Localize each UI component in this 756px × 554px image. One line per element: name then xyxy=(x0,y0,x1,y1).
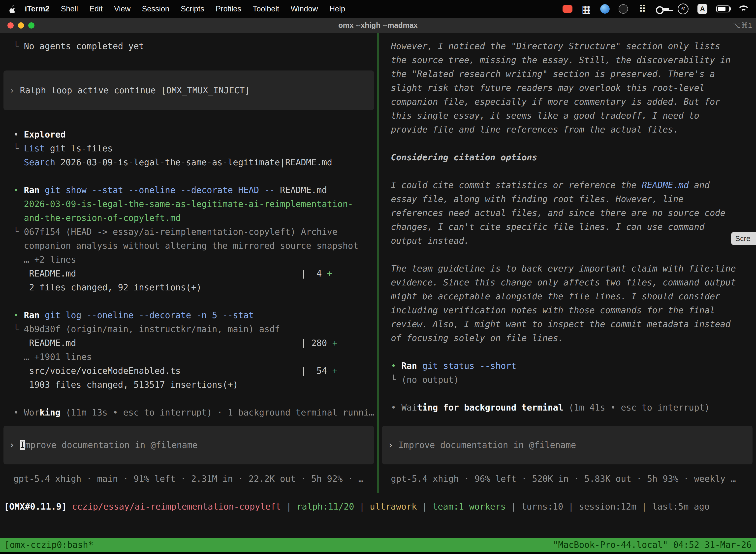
terminal-line: provide file and line references from th… xyxy=(378,123,756,136)
app-switcher-icon[interactable]: ⠿ xyxy=(637,3,647,15)
tmux-session-label: [omx-cczip0:bash* xyxy=(4,540,93,550)
terminal-line: └ List git ls-files xyxy=(0,142,378,155)
dark-app-icon[interactable] xyxy=(619,4,628,14)
blank-line xyxy=(0,169,378,183)
right-status-line: gpt-5.4 xhigh · 96% left · 520K in · 5.8… xyxy=(378,472,756,493)
right-pane-output: However, I noticed the "Directory Struct… xyxy=(378,39,756,426)
blank-line xyxy=(378,136,756,151)
terminal-line: references need actual files, and since … xyxy=(378,206,756,220)
right-prompt-text: › Improve documentation in @filename xyxy=(382,438,753,452)
omx-status-text: [OMX#0.11.9] cczip/essay/ai-reimplementa… xyxy=(0,500,710,513)
menu-bar-status-icons: ▦⠿.61A xyxy=(563,3,750,15)
terminal-line: • Ran git status --short xyxy=(378,359,756,373)
right-status-text: gpt-5.4 xhigh · 96% left · 520K in · 5.8… xyxy=(391,474,736,484)
close-window-button[interactable] xyxy=(7,22,14,29)
injected-prompt-box: › Ralph loop active continue [OMX_TMUX_I… xyxy=(3,70,374,110)
menu-item-toolbelt[interactable]: Toolbelt xyxy=(247,4,285,13)
screen: iTerm2 ShellEditViewSessionScriptsProfil… xyxy=(0,0,756,554)
terminal-line: Search 2026-03-09-is-legal-the-same-as-l… xyxy=(0,155,378,169)
terminal-line: the source tree, missing the essay. Stil… xyxy=(378,53,756,67)
terminal-line: evidence. Since this change only affects… xyxy=(378,276,756,289)
battery-icon[interactable] xyxy=(716,5,730,12)
left-pane[interactable]: └ No agents completed yet› Ralph loop ac… xyxy=(0,33,378,493)
terminal-line: • Ran git log --oneline --decorate -n 5 … xyxy=(0,308,378,322)
terminal-line: 2 files changed, 92 insertions(+) xyxy=(0,280,378,294)
menu-item-profiles[interactable]: Profiles xyxy=(210,4,247,13)
window-manager-icon[interactable]: ▦ xyxy=(581,3,591,15)
menu-item-scripts[interactable]: Scripts xyxy=(175,4,210,13)
zoom-window-button[interactable] xyxy=(28,22,35,29)
input-source-icon[interactable]: A xyxy=(697,4,707,14)
terminal-line: Considering citation options xyxy=(378,151,756,164)
terminal-line: └ 4b9d30f (origin/main, instructkr/main,… xyxy=(0,322,378,336)
screen-recording-indicator-icon[interactable] xyxy=(563,5,572,13)
menu-item-help[interactable]: Help xyxy=(324,4,351,13)
terminal-line: However, I noticed the "Directory Struct… xyxy=(378,39,756,53)
terminal-line: review. Also, I might want to inspect th… xyxy=(378,317,756,331)
terminal-line: companion file, especially if more comme… xyxy=(378,95,756,109)
bottom-gap xyxy=(0,520,756,538)
window-title: omx --xhigh --madmax xyxy=(0,21,756,30)
terminal-window: └ No agents completed yet› Ralph loop ac… xyxy=(0,33,756,554)
apple-menu-icon[interactable] xyxy=(9,5,16,13)
traffic-lights xyxy=(0,22,35,29)
wifi-icon[interactable] xyxy=(739,5,749,13)
terminal-line: • Waiting for background terminal (1m 41… xyxy=(378,401,756,414)
tmux-panes: └ No agents completed yet› Ralph loop ac… xyxy=(0,33,756,493)
left-prompt-text: › Improve documentation in @filename xyxy=(3,438,374,452)
terminal-line: └ 067f154 (HEAD -> essay/ai-reimplementa… xyxy=(0,225,378,239)
left-prompt-input[interactable]: › Improve documentation in @filename xyxy=(3,426,374,464)
terminal-line: 2026-03-09-is-legal-the-same-as-legitima… xyxy=(0,197,378,211)
blank-line xyxy=(378,164,756,178)
terminal-line: of focusing solely on file lines. xyxy=(378,331,756,345)
menu-item-shell[interactable]: Shell xyxy=(55,4,83,13)
battery-gauge-icon[interactable]: .61 xyxy=(678,3,689,14)
blank-line xyxy=(378,345,756,359)
terminal-line: README.md | 280 + xyxy=(0,336,378,350)
menu-item-window[interactable]: Window xyxy=(285,4,324,13)
key-icon[interactable] xyxy=(656,6,669,12)
terminal-line: essay file, along with finding root file… xyxy=(378,192,756,206)
terminal-line: README.md | 4 + xyxy=(0,267,378,280)
terminal-line: slight risk that future readers may over… xyxy=(378,81,756,95)
terminal-line: 1903 files changed, 513517 insertions(+) xyxy=(0,378,378,392)
window-shortcut-badge: ⌥⌘1 xyxy=(733,21,756,30)
terminal-line: └ No agents completed yet xyxy=(0,39,378,53)
menu-item-edit[interactable]: Edit xyxy=(83,4,108,13)
terminal-line: this single essay, it seems like a good … xyxy=(378,109,756,123)
menu-item-view[interactable]: View xyxy=(108,4,136,13)
terminal-line: changes, I can't cite specific file line… xyxy=(378,220,756,234)
terminal-line: the "Related research writing" section i… xyxy=(378,67,756,81)
terminal-line: … +1901 lines xyxy=(0,350,378,364)
screen-share-tooltip[interactable]: Scre xyxy=(731,232,756,245)
blue-app-icon[interactable] xyxy=(600,4,610,14)
terminal-line: and-the-erosion-of-copyleft.md xyxy=(0,211,378,225)
blank-line xyxy=(378,387,756,401)
minimize-window-button[interactable] xyxy=(18,22,24,29)
blank-line xyxy=(0,114,378,127)
bottom-strip xyxy=(0,552,756,554)
terminal-line: • Explored xyxy=(0,127,378,142)
blank-line xyxy=(378,248,756,262)
terminal-line: └ (no output) xyxy=(378,373,756,387)
menu-bar: iTerm2 ShellEditViewSessionScriptsProfil… xyxy=(0,0,756,18)
menu-item-session[interactable]: Session xyxy=(136,4,175,13)
right-pane[interactable]: However, I noticed the "Directory Struct… xyxy=(378,33,756,493)
tmux-host-clock-label: "MacBook-Pro-44.local" 04:52 31-Mar-26 xyxy=(553,540,752,550)
blank-line xyxy=(0,294,378,308)
terminal-line: • Ran git show --stat --oneline --decora… xyxy=(0,183,378,197)
window-title-bar[interactable]: omx --xhigh --madmax ⌥⌘1 xyxy=(0,18,756,33)
terminal-line: including verification notes with those … xyxy=(378,303,756,317)
blank-line xyxy=(0,53,378,67)
terminal-line: src/voice/voiceModeEnabled.ts | 54 + xyxy=(0,364,378,378)
blank-line xyxy=(0,392,378,405)
terminal-line: The team guideline is to back every impo… xyxy=(378,262,756,276)
terminal-line: … +2 lines xyxy=(0,253,378,267)
right-prompt-input[interactable]: › Improve documentation in @filename xyxy=(382,426,753,464)
menu-item-app-name[interactable]: iTerm2 xyxy=(19,4,55,13)
left-status-line: gpt-5.4 xhigh · main · 91% left · 2.31M … xyxy=(0,472,378,493)
terminal-line: output instead. xyxy=(378,234,756,248)
terminal-line: • Working (11m 13s • esc to interrupt) ·… xyxy=(0,405,378,420)
omx-status-bar: [OMX#0.11.9] cczip/essay/ai-reimplementa… xyxy=(0,493,756,520)
terminal-line: might be acceptable alongside the file l… xyxy=(378,289,756,303)
